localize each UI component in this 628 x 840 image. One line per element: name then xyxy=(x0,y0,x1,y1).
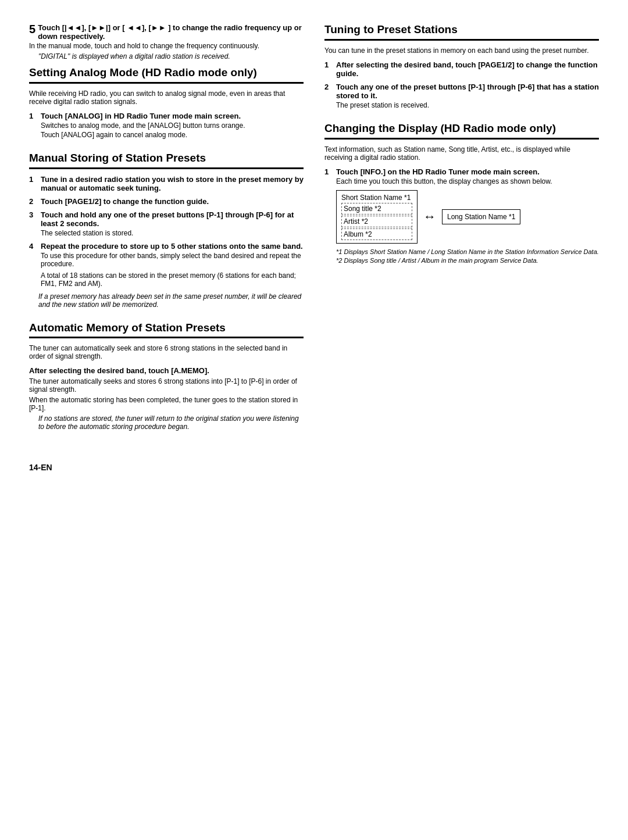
step-manual-3-bold: Touch and hold any one of the preset but… xyxy=(41,210,304,228)
step-manual-3-content: Touch and hold any one of the preset but… xyxy=(41,210,304,237)
step-tuning-1: 1 After selecting the desired band, touc… xyxy=(324,60,599,78)
step-display-1-content: Touch [INFO.] on the HD Radio Tuner mode… xyxy=(336,167,599,185)
section-display-title: Changing the Display (HD Radio mode only… xyxy=(324,122,599,140)
section-tuning-intro: You can tune in the preset stations in m… xyxy=(324,47,599,55)
step-analog-1-content: Touch [ANALOG] in HD Radio Tuner mode ma… xyxy=(41,112,304,139)
section-manual-bullet: If a preset memory has already been set … xyxy=(38,292,304,309)
display-row1: Short Station Name *1 xyxy=(341,194,412,202)
display-row4-dashed: Album *2 xyxy=(341,228,412,240)
step-number-5: 5 xyxy=(29,23,35,35)
step-manual-4-content: Repeat the procedure to store up to 5 ot… xyxy=(41,242,304,288)
page-suffix: -EN xyxy=(38,463,52,472)
step-tuning-2-text: The preset station is received. xyxy=(336,101,599,109)
step-manual-2: 2 Touch [PAGE1/2] to change the function… xyxy=(29,197,304,206)
display-row2-dashed: Song title *2 xyxy=(341,203,412,215)
step-5-content: Touch [|◄◄], [►►|] or [ ◄◄], [►► ] to ch… xyxy=(29,23,304,60)
left-column: 5 Touch [|◄◄], [►►|] or [ ◄◄], [►► ] to … xyxy=(29,23,304,472)
display-left-box: Short Station Name *1 Song title *2 Arti… xyxy=(336,190,418,244)
step-manual-2-content: Touch [PAGE1/2] to change the function g… xyxy=(41,197,304,206)
footnote1: *1 Displays Short Station Name / Long St… xyxy=(336,248,599,255)
section-auto-memory: Automatic Memory of Station Presets The … xyxy=(29,321,304,431)
step-manual-4-bold: Repeat the procedure to store up to 5 ot… xyxy=(41,242,304,251)
display-right-box: Long Station Name *1 xyxy=(442,209,520,224)
step-5-bold: Touch [|◄◄], [►►|] or [ ◄◄], [►► ] to ch… xyxy=(29,23,304,41)
section-analog-title: Setting Analog Mode (HD Radio mode only) xyxy=(29,66,304,84)
section-tuning-title: Tuning to Preset Stations xyxy=(324,23,599,41)
display-diagram: Short Station Name *1 Song title *2 Arti… xyxy=(336,190,599,244)
step-5-text1: In the manual mode, touch and hold to ch… xyxy=(29,42,304,50)
step-manual-4-text1: To use this procedure for other bands, s… xyxy=(41,252,304,268)
step-tuning-1-content: After selecting the desired band, touch … xyxy=(336,60,599,78)
step-manual-1: 1 Tune in a desired radio station you wi… xyxy=(29,175,304,192)
step-analog-1-bold: Touch [ANALOG] in HD Radio Tuner mode ma… xyxy=(41,112,304,120)
step-manual-2-num: 2 xyxy=(29,197,37,206)
step-manual-1-num: 1 xyxy=(29,175,37,192)
step-tuning-2: 2 Touch any one of the preset buttons [P… xyxy=(324,83,599,109)
section-auto-text2: When the automatic storing has been comp… xyxy=(29,396,304,412)
step-tuning-2-num: 2 xyxy=(324,83,333,109)
step-manual-4-text2: A total of 18 stations can be stored in … xyxy=(41,271,304,288)
top-step-5: 5 Touch [|◄◄], [►►|] or [ ◄◄], [►► ] to … xyxy=(29,23,304,60)
section-auto-bullet: If no stations are stored, the tuner wil… xyxy=(38,414,304,431)
right-column: Tuning to Preset Stations You can tune i… xyxy=(324,23,599,472)
page-number: 14-EN xyxy=(29,454,304,472)
section-display-intro: Text information, such as Station name, … xyxy=(324,145,599,162)
step-manual-4-num: 4 xyxy=(29,242,37,288)
footnote2: *2 Displays Song title / Artist / Album … xyxy=(336,257,599,264)
step-manual-2-bold: Touch [PAGE1/2] to change the function g… xyxy=(41,197,304,206)
step-manual-3-text: The selected station is stored. xyxy=(41,229,304,237)
step-manual-1-bold: Tune in a desired radio station you wish… xyxy=(41,175,304,192)
display-row3-dashed: Artist *2 xyxy=(341,216,412,227)
step-display-1-num: 1 xyxy=(324,167,333,185)
step-tuning-1-num: 1 xyxy=(324,60,333,78)
diagram-arrow: ↔ xyxy=(423,209,436,224)
step-analog-1: 1 Touch [ANALOG] in HD Radio Tuner mode … xyxy=(29,112,304,139)
step-analog-1-num: 1 xyxy=(29,112,37,139)
step-manual-4: 4 Repeat the procedure to store up to 5 … xyxy=(29,242,304,288)
section-display-change: Changing the Display (HD Radio mode only… xyxy=(324,122,599,264)
step-display-1-bold: Touch [INFO.] on the HD Radio Tuner mode… xyxy=(336,167,599,176)
section-manual-storing: Manual Storing of Station Presets 1 Tune… xyxy=(29,152,304,309)
step-tuning-2-bold: Touch any one of the preset buttons [P-1… xyxy=(336,83,599,100)
step-analog-1-text2: Touch [ANALOG] again to cancel analog mo… xyxy=(41,131,304,139)
step-tuning-1-bold: After selecting the desired band, touch … xyxy=(336,60,599,78)
section-auto-intro: The tuner can automatically seek and sto… xyxy=(29,344,304,360)
section-auto-subheading: After selecting the desired band, touch … xyxy=(29,366,304,375)
step-manual-3-num: 3 xyxy=(29,210,37,237)
section-manual-title: Manual Storing of Station Presets xyxy=(29,152,304,169)
step-display-1: 1 Touch [INFO.] on the HD Radio Tuner mo… xyxy=(324,167,599,185)
step-display-1-text: Each time you touch this button, the dis… xyxy=(336,177,599,185)
section-auto-title: Automatic Memory of Station Presets xyxy=(29,321,304,339)
section-auto-text1: The tuner automatically seeks and stores… xyxy=(29,377,304,394)
page-num-value: 14 xyxy=(29,463,38,472)
step-analog-1-text1: Switches to analog mode, and the [ANALOG… xyxy=(41,121,304,130)
step-5-bullet: "DIGITAL" is displayed when a digital ra… xyxy=(38,52,304,60)
section-analog-intro: While receiving HD radio, you can switch… xyxy=(29,90,304,106)
step-manual-3: 3 Touch and hold any one of the preset b… xyxy=(29,210,304,237)
section-analog-mode: Setting Analog Mode (HD Radio mode only)… xyxy=(29,66,304,139)
step-tuning-2-content: Touch any one of the preset buttons [P-1… xyxy=(336,83,599,109)
section-tuning-preset: Tuning to Preset Stations You can tune i… xyxy=(324,23,599,109)
step-manual-1-content: Tune in a desired radio station you wish… xyxy=(41,175,304,192)
